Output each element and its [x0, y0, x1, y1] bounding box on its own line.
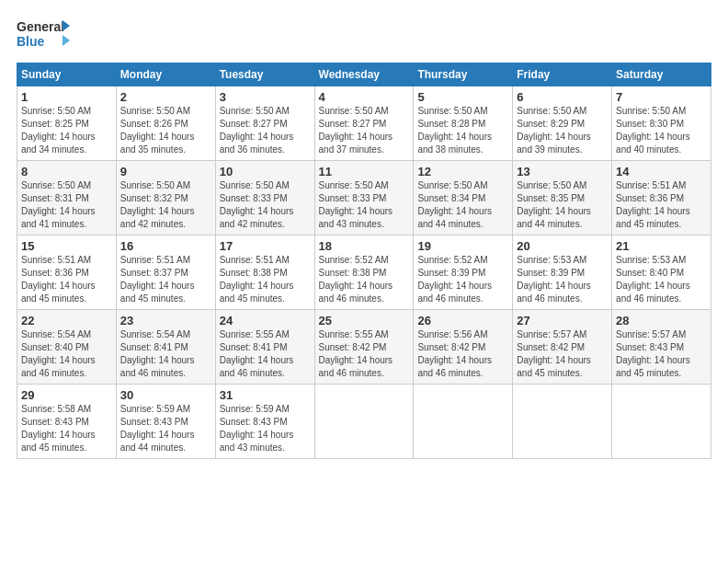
day-number: 7: [616, 90, 707, 104]
day-info: Sunrise: 5:53 AMSunset: 8:39 PMDaylight:…: [517, 254, 608, 305]
day-number: 9: [120, 165, 211, 178]
day-cell: 25Sunrise: 5:55 AMSunset: 8:42 PMDayligh…: [314, 310, 414, 385]
day-number: 22: [21, 314, 112, 327]
day-number: 26: [417, 314, 508, 327]
day-cell: 19Sunrise: 5:52 AMSunset: 8:39 PMDayligh…: [414, 236, 513, 310]
day-info: Sunrise: 5:53 AMSunset: 8:40 PMDaylight:…: [616, 254, 707, 305]
day-number: 16: [120, 239, 211, 253]
day-number: 13: [517, 165, 608, 178]
day-cell: [314, 385, 414, 459]
day-cell: 1Sunrise: 5:50 AMSunset: 8:25 PMDaylight…: [17, 86, 117, 161]
day-number: 12: [417, 165, 508, 178]
day-info: Sunrise: 5:59 AMSunset: 8:43 PMDaylight:…: [120, 403, 211, 454]
day-info: Sunrise: 5:50 AMSunset: 8:27 PMDaylight:…: [220, 105, 311, 156]
day-info: Sunrise: 5:50 AMSunset: 8:33 PMDaylight:…: [220, 179, 311, 231]
day-number: 5: [417, 90, 508, 104]
svg-text:Blue: Blue: [17, 34, 45, 49]
day-info: Sunrise: 5:50 AMSunset: 8:33 PMDaylight:…: [319, 179, 410, 231]
day-info: Sunrise: 5:52 AMSunset: 8:38 PMDaylight:…: [319, 254, 410, 305]
day-cell: 30Sunrise: 5:59 AMSunset: 8:43 PMDayligh…: [116, 385, 215, 459]
header-day-wednesday: Wednesday: [314, 63, 414, 86]
day-number: 31: [220, 388, 311, 402]
day-info: Sunrise: 5:50 AMSunset: 8:31 PMDaylight:…: [21, 179, 112, 231]
day-cell: 20Sunrise: 5:53 AMSunset: 8:39 PMDayligh…: [513, 236, 612, 310]
day-info: Sunrise: 5:54 AMSunset: 8:41 PMDaylight:…: [120, 328, 211, 380]
day-info: Sunrise: 5:51 AMSunset: 8:36 PMDaylight:…: [21, 254, 112, 305]
calendar-body: 1Sunrise: 5:50 AMSunset: 8:25 PMDaylight…: [17, 86, 711, 459]
day-info: Sunrise: 5:55 AMSunset: 8:41 PMDaylight:…: [220, 328, 311, 380]
day-info: Sunrise: 5:50 AMSunset: 8:30 PMDaylight:…: [616, 105, 707, 156]
day-number: 4: [319, 90, 410, 104]
day-number: 8: [21, 165, 112, 178]
day-cell: 4Sunrise: 5:50 AMSunset: 8:27 PMDaylight…: [314, 86, 414, 161]
day-number: 14: [616, 165, 707, 178]
logo-svg: GeneralBlue: [17, 17, 72, 52]
week-row-1: 1Sunrise: 5:50 AMSunset: 8:25 PMDaylight…: [17, 86, 711, 161]
day-number: 27: [517, 314, 608, 327]
calendar-header: SundayMondayTuesdayWednesdayThursdayFrid…: [17, 63, 711, 86]
day-number: 3: [220, 90, 311, 104]
page-container: GeneralBlue SundayMondayTuesdayWednesday…: [0, 0, 728, 468]
day-number: 15: [21, 239, 112, 253]
week-row-4: 22Sunrise: 5:54 AMSunset: 8:40 PMDayligh…: [17, 310, 711, 385]
day-info: Sunrise: 5:54 AMSunset: 8:40 PMDaylight:…: [21, 328, 112, 380]
day-info: Sunrise: 5:51 AMSunset: 8:38 PMDaylight:…: [220, 254, 311, 305]
logo: GeneralBlue: [17, 17, 72, 52]
day-cell: 23Sunrise: 5:54 AMSunset: 8:41 PMDayligh…: [116, 310, 215, 385]
header-day-monday: Monday: [116, 63, 215, 86]
day-cell: 9Sunrise: 5:50 AMSunset: 8:32 PMDaylight…: [116, 161, 215, 236]
day-cell: 15Sunrise: 5:51 AMSunset: 8:36 PMDayligh…: [17, 236, 117, 310]
week-row-5: 29Sunrise: 5:58 AMSunset: 8:43 PMDayligh…: [17, 385, 711, 459]
svg-text:General: General: [17, 19, 64, 34]
day-info: Sunrise: 5:57 AMSunset: 8:42 PMDaylight:…: [517, 328, 608, 380]
day-cell: 31Sunrise: 5:59 AMSunset: 8:43 PMDayligh…: [215, 385, 314, 459]
day-cell: 24Sunrise: 5:55 AMSunset: 8:41 PMDayligh…: [215, 310, 314, 385]
header-day-sunday: Sunday: [17, 63, 117, 86]
day-number: 19: [417, 239, 508, 253]
day-info: Sunrise: 5:50 AMSunset: 8:32 PMDaylight:…: [120, 179, 211, 231]
day-cell: [612, 385, 711, 459]
header-day-thursday: Thursday: [414, 63, 513, 86]
day-cell: 26Sunrise: 5:56 AMSunset: 8:42 PMDayligh…: [414, 310, 513, 385]
day-cell: 28Sunrise: 5:57 AMSunset: 8:43 PMDayligh…: [612, 310, 711, 385]
day-number: 29: [21, 388, 112, 402]
day-cell: [414, 385, 513, 459]
day-cell: 21Sunrise: 5:53 AMSunset: 8:40 PMDayligh…: [612, 236, 711, 310]
day-cell: 2Sunrise: 5:50 AMSunset: 8:26 PMDaylight…: [116, 86, 215, 161]
day-number: 6: [517, 90, 608, 104]
day-info: Sunrise: 5:56 AMSunset: 8:42 PMDaylight:…: [417, 328, 508, 380]
header-day-friday: Friday: [513, 63, 612, 86]
header-row: SundayMondayTuesdayWednesdayThursdayFrid…: [17, 63, 711, 86]
day-cell: 16Sunrise: 5:51 AMSunset: 8:37 PMDayligh…: [116, 236, 215, 310]
header-day-tuesday: Tuesday: [215, 63, 314, 86]
day-cell: [513, 385, 612, 459]
day-info: Sunrise: 5:50 AMSunset: 8:29 PMDaylight:…: [517, 105, 608, 156]
day-cell: 6Sunrise: 5:50 AMSunset: 8:29 PMDaylight…: [513, 86, 612, 161]
day-info: Sunrise: 5:50 AMSunset: 8:35 PMDaylight:…: [517, 179, 608, 231]
day-cell: 17Sunrise: 5:51 AMSunset: 8:38 PMDayligh…: [215, 236, 314, 310]
day-cell: 13Sunrise: 5:50 AMSunset: 8:35 PMDayligh…: [513, 161, 612, 236]
day-info: Sunrise: 5:55 AMSunset: 8:42 PMDaylight:…: [319, 328, 410, 380]
day-cell: 3Sunrise: 5:50 AMSunset: 8:27 PMDaylight…: [215, 86, 314, 161]
day-cell: 14Sunrise: 5:51 AMSunset: 8:36 PMDayligh…: [612, 161, 711, 236]
header-day-saturday: Saturday: [612, 63, 711, 86]
day-number: 10: [220, 165, 311, 178]
week-row-3: 15Sunrise: 5:51 AMSunset: 8:36 PMDayligh…: [17, 236, 711, 310]
day-number: 2: [120, 90, 211, 104]
svg-marker-3: [63, 35, 70, 46]
day-number: 20: [517, 239, 608, 253]
week-row-2: 8Sunrise: 5:50 AMSunset: 8:31 PMDaylight…: [17, 161, 711, 236]
day-info: Sunrise: 5:59 AMSunset: 8:43 PMDaylight:…: [220, 403, 311, 454]
day-number: 24: [220, 314, 311, 327]
day-number: 17: [220, 239, 311, 253]
day-cell: 8Sunrise: 5:50 AMSunset: 8:31 PMDaylight…: [17, 161, 117, 236]
day-info: Sunrise: 5:50 AMSunset: 8:26 PMDaylight:…: [120, 105, 211, 156]
day-info: Sunrise: 5:50 AMSunset: 8:34 PMDaylight:…: [417, 179, 508, 231]
day-number: 23: [120, 314, 211, 327]
day-cell: 18Sunrise: 5:52 AMSunset: 8:38 PMDayligh…: [314, 236, 414, 310]
day-cell: 29Sunrise: 5:58 AMSunset: 8:43 PMDayligh…: [17, 385, 117, 459]
day-cell: 12Sunrise: 5:50 AMSunset: 8:34 PMDayligh…: [414, 161, 513, 236]
svg-marker-2: [63, 20, 70, 31]
day-number: 28: [616, 314, 707, 327]
day-cell: 11Sunrise: 5:50 AMSunset: 8:33 PMDayligh…: [314, 161, 414, 236]
